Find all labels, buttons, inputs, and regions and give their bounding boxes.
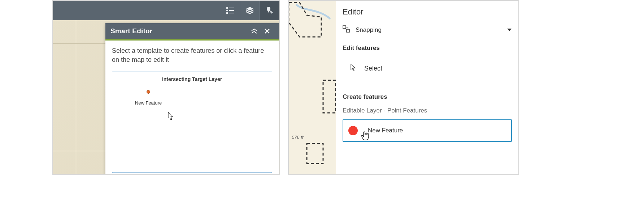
template-picker: Intersecting Target Layer New Feature — [112, 72, 272, 173]
feature-template-item[interactable]: New Feature — [130, 90, 166, 106]
chevron-down-icon — [507, 26, 512, 34]
smart-editor-panel: Smart Editor Select a template to create… — [105, 23, 279, 175]
svg-point-0 — [227, 8, 228, 9]
layers-button[interactable] — [240, 1, 260, 20]
edit-features-heading: Edit features — [343, 44, 512, 52]
svg-rect-10 — [347, 29, 349, 32]
select-cursor-icon — [351, 64, 356, 73]
instruction-text: Select a template to create features or … — [112, 46, 272, 64]
create-features-heading: Create features — [343, 93, 512, 101]
panel-body: Select a template to create features or … — [105, 41, 279, 175]
feature-template-label: New Feature — [368, 127, 403, 134]
cursor-icon — [168, 112, 174, 120]
snapping-label: Snapping — [356, 26, 382, 34]
smart-editor-toolbar-button[interactable] — [260, 1, 279, 20]
svg-point-4 — [227, 13, 228, 14]
editor-widget-screenshot: 076 ft Editor Snapping Edit features — [288, 0, 519, 175]
close-button[interactable] — [261, 25, 274, 38]
select-label: Select — [364, 65, 382, 72]
scale-text: 076 ft — [292, 135, 304, 140]
select-tool[interactable]: Select — [343, 58, 512, 79]
svg-rect-9 — [343, 26, 346, 29]
map-slice: 076 ft — [289, 1, 336, 174]
panel-title: Smart Editor — [110, 27, 248, 35]
feature-template-row[interactable]: New Feature — [343, 119, 512, 142]
panel-header: Smart Editor — [105, 23, 279, 41]
map-toolbar — [53, 1, 279, 20]
template-label: New Feature — [135, 100, 162, 106]
point-symbol-icon — [348, 126, 358, 135]
editor-title: Editor — [343, 7, 512, 17]
layer-group-title: Intersecting Target Layer — [112, 72, 272, 85]
point-symbol-icon — [147, 90, 150, 94]
smart-editor-screenshot: Smart Editor Select a template to create… — [52, 0, 280, 175]
collapse-button[interactable] — [248, 25, 261, 38]
legend-button[interactable] — [220, 1, 240, 20]
layer-name-label: Editable Layer - Point Features — [343, 107, 512, 114]
svg-rect-8 — [289, 1, 336, 175]
snapping-icon — [343, 25, 350, 34]
editor-panel: Editor Snapping Edit features — [336, 1, 518, 174]
snapping-dropdown[interactable]: Snapping — [343, 25, 512, 34]
svg-point-2 — [227, 10, 228, 11]
